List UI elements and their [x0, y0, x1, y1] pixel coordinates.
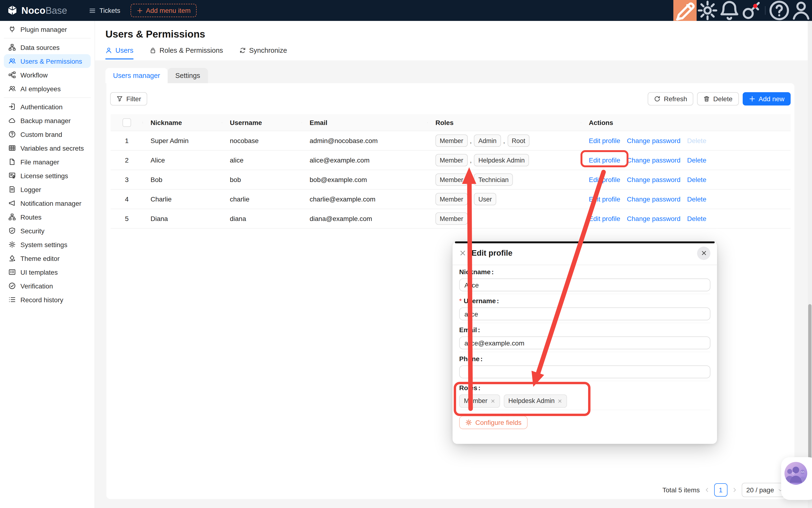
menu-item-tickets[interactable]: Tickets: [89, 7, 121, 14]
refresh-icon: [654, 95, 661, 102]
chevron-right-icon[interactable]: [731, 487, 737, 493]
ui-editor-pen-icon[interactable]: [673, 0, 697, 21]
sidebar-item-data-sources[interactable]: Data sources: [4, 40, 91, 54]
user-icon[interactable]: [790, 0, 812, 21]
sidebar-item-license-settings[interactable]: License settings: [4, 169, 91, 182]
gear-icon[interactable]: [697, 0, 718, 21]
delete-button[interactable]: Delete: [697, 92, 738, 105]
ai-employees-avatar[interactable]: [784, 462, 807, 485]
page-header: Users & Permissions UsersRoles & Permiss…: [95, 21, 812, 60]
delete-link[interactable]: Delete: [687, 176, 706, 183]
edit-profile-link[interactable]: Edit profile: [589, 156, 620, 164]
configure-fields-button[interactable]: Configure fields: [459, 416, 528, 429]
sidebar-item-record-history[interactable]: Record history: [4, 293, 91, 306]
users-table: NicknameUsernameEmailRolesActions 1 Supe…: [111, 114, 791, 228]
email-field[interactable]: [459, 336, 710, 349]
tab-users[interactable]: Users: [105, 47, 134, 59]
edit-profile-link[interactable]: Edit profile: [589, 195, 620, 203]
change-password-link[interactable]: Change password: [627, 215, 680, 222]
license-icon: [8, 172, 16, 179]
filter-button[interactable]: Filter: [110, 92, 147, 105]
username-field[interactable]: [459, 307, 710, 320]
tab-label: Synchronize: [249, 47, 287, 54]
form-field-username: *Username:: [459, 294, 710, 323]
edit-profile-link[interactable]: Edit profile: [589, 137, 620, 144]
change-password-link[interactable]: Change password: [627, 156, 680, 164]
sidebar-item-label: License settings: [20, 172, 68, 179]
key-icon[interactable]: [740, 0, 762, 21]
page-size-select[interactable]: 20 / page: [742, 483, 788, 497]
add-new-button[interactable]: Add new: [743, 92, 791, 105]
edit-profile-link[interactable]: Edit profile: [589, 215, 620, 222]
modal-drag-bar[interactable]: [455, 242, 715, 243]
table-header-row: NicknameUsernameEmailRolesActions: [111, 114, 791, 131]
sidebar-item-routes[interactable]: Routes: [4, 210, 91, 224]
sidebar-item-custom-brand[interactable]: Custom brand: [4, 127, 91, 141]
sidebar-item-system-settings[interactable]: System settings: [4, 238, 91, 251]
cell-username: diana: [222, 215, 302, 222]
add-menu-item-button[interactable]: Add menu item: [131, 4, 197, 17]
help-icon[interactable]: [768, 0, 790, 21]
sidebar-item-security[interactable]: Security: [4, 224, 91, 238]
role-tag: Member: [435, 134, 468, 147]
field-label: Email:: [459, 326, 710, 334]
refresh-button[interactable]: Refresh: [648, 92, 693, 105]
close-icon[interactable]: [459, 250, 466, 257]
delete-link[interactable]: Delete: [687, 215, 706, 222]
brand-primary: Noco: [21, 5, 46, 16]
sidebar-item-authentication[interactable]: Authentication: [4, 100, 91, 114]
change-password-link[interactable]: Change password: [627, 137, 680, 144]
row-index: 2: [111, 156, 143, 164]
sidebar-item-label: File manager: [20, 158, 59, 166]
chevron-left-icon[interactable]: [704, 487, 710, 493]
change-password-link[interactable]: Change password: [627, 176, 680, 183]
sidebar-item-ui-templates[interactable]: UI templates: [4, 265, 91, 279]
sidebar-item-variables-and-secrets[interactable]: Variables and secrets: [4, 141, 91, 155]
role-tag: Member: [435, 154, 468, 166]
block-tabs: Users managerSettings: [105, 68, 812, 83]
cloud-icon: [8, 117, 16, 124]
cell-actions: Edit profileChange passwordDelete: [581, 156, 791, 164]
tab-synchronize[interactable]: Synchronize: [239, 47, 287, 59]
block-tab-settings[interactable]: Settings: [168, 68, 208, 83]
delete-link[interactable]: Delete: [687, 195, 706, 203]
column-header-actions: Actions: [581, 119, 791, 126]
add-menu-item-label: Add menu item: [146, 7, 190, 14]
modal-close-button[interactable]: [697, 246, 710, 260]
sidebar-item-label: Routes: [20, 213, 42, 221]
field-label: Roles:: [459, 383, 710, 391]
tab-roles-permissions[interactable]: Roles & Permissions: [150, 47, 223, 59]
sidebar-item-backup-manager[interactable]: Backup manager: [4, 114, 91, 127]
role-tag: Member: [435, 212, 468, 225]
form-field-email: Email:: [459, 323, 710, 352]
roles-tags-field[interactable]: MemberHelpdesk Admin: [459, 394, 710, 407]
phone-field[interactable]: [459, 366, 710, 378]
nocobase-logo[interactable]: NocoBase: [7, 5, 67, 16]
sidebar-item-users-permissions[interactable]: Users & Permissions: [4, 54, 91, 68]
sidebar-item-workflow[interactable]: Workflow: [4, 68, 91, 82]
sidebar-item-notification-manager[interactable]: Notification manager: [4, 196, 91, 210]
delete-link[interactable]: Delete: [687, 156, 706, 164]
table-row: 2 Alice alice alice@example.com Member,H…: [111, 151, 791, 170]
bell-icon[interactable]: [718, 0, 740, 21]
cube-icon: [7, 5, 18, 16]
page-number-button[interactable]: 1: [714, 483, 727, 497]
sidebar-item-theme-editor[interactable]: Theme editor: [4, 251, 91, 265]
sidebar-item-plugin-manager[interactable]: Plugin manager: [4, 22, 91, 36]
sidebar-item-verification[interactable]: Verification: [4, 279, 91, 293]
delete-link[interactable]: Delete: [687, 137, 706, 144]
sidebar-item-ai-employees[interactable]: AI employees: [4, 82, 91, 95]
table-toolbar: Filter Refresh Delete Add: [106, 83, 795, 105]
modal-body: Nickname:*Username:Email:Phone:Roles:Mem…: [452, 265, 717, 434]
sidebar-item-label: Authentication: [20, 103, 62, 111]
edit-profile-link[interactable]: Edit profile: [589, 176, 620, 183]
block-tab-users-manager[interactable]: Users manager: [105, 68, 168, 83]
change-password-link[interactable]: Change password: [627, 195, 680, 203]
select-all-checkbox[interactable]: [123, 118, 131, 127]
nickname-field[interactable]: [459, 279, 710, 291]
sidebar-item-file-manager[interactable]: File manager: [4, 155, 91, 169]
cell-actions: Edit profileChange passwordDelete: [581, 195, 791, 203]
cell-roles: Member,Admin,Root: [428, 134, 581, 147]
sidebar-item-logger[interactable]: Logger: [4, 182, 91, 196]
configure-fields-label: Configure fields: [475, 419, 522, 426]
